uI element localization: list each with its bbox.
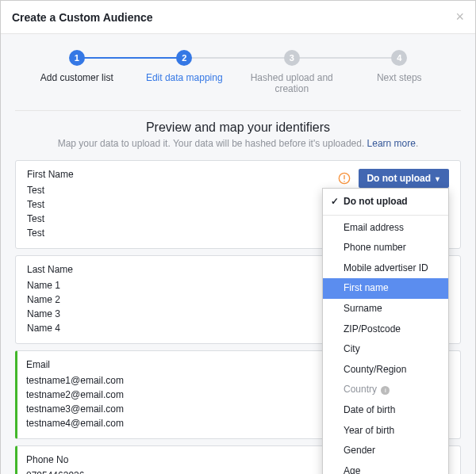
dropdown-item-country: Country i [323,380,448,400]
data-row: Test [27,183,338,197]
info-icon[interactable]: i [381,386,390,395]
data-row: Test [27,226,338,240]
svg-point-2 [344,181,346,182]
column-header: First Name [27,169,338,180]
step-edit-data-mapping[interactable]: 2 Edit data mapping [131,50,239,83]
dropdown-item[interactable]: County/Region [323,360,448,380]
dropdown-item[interactable]: Age [323,461,448,474]
modal-title: Create a Custom Audience [12,11,153,24]
modal-header: Create a Custom Audience × [1,1,475,34]
dropdown-item[interactable]: City [323,339,448,360]
dropdown-item[interactable]: Surname [323,299,448,319]
data-row: Test [27,197,338,212]
preview-desc: Map your data to upload it. Your data wi… [17,138,459,149]
step-add-customer-list[interactable]: 1 Add customer list [23,50,131,83]
preview-title: Preview and map your identifiers [17,120,459,135]
dropdown-item[interactable]: Date of birth [323,400,448,421]
step-next-steps[interactable]: 4 Next steps [346,50,454,83]
mapping-select-button[interactable]: Do not upload▼ [359,169,449,188]
step-hashed-upload[interactable]: 3 Hashed upload and creation [238,50,346,94]
dropdown-item[interactable]: Gender [323,441,448,461]
learn-more-link[interactable]: Learn more [367,138,416,149]
stepper: 1 Add customer list 2 Edit data mapping … [1,34,475,107]
dropdown-item[interactable]: Year of birth [323,421,448,442]
dropdown-item[interactable]: Email address [323,218,448,239]
dropdown-item-do-not-upload[interactable]: Do not upload [323,192,448,212]
mapping-dropdown: Do not upload Email address Phone number… [322,188,449,474]
create-custom-audience-modal: Create a Custom Audience × 1 Add custome… [0,0,476,474]
preview-heading: Preview and map your identifiers Map you… [1,114,475,152]
column-card-first-name: First Name Test Test Test Test Do not up… [15,160,461,249]
dropdown-item[interactable]: Mobile advertiser ID [323,258,448,279]
dropdown-item[interactable]: ZIP/Postcode [323,319,448,340]
warning-icon [338,172,351,185]
dropdown-item-first-name[interactable]: First name [323,278,448,299]
data-row: Test [27,212,338,226]
dropdown-item[interactable]: Phone number [323,238,448,258]
close-icon[interactable]: × [455,9,464,25]
